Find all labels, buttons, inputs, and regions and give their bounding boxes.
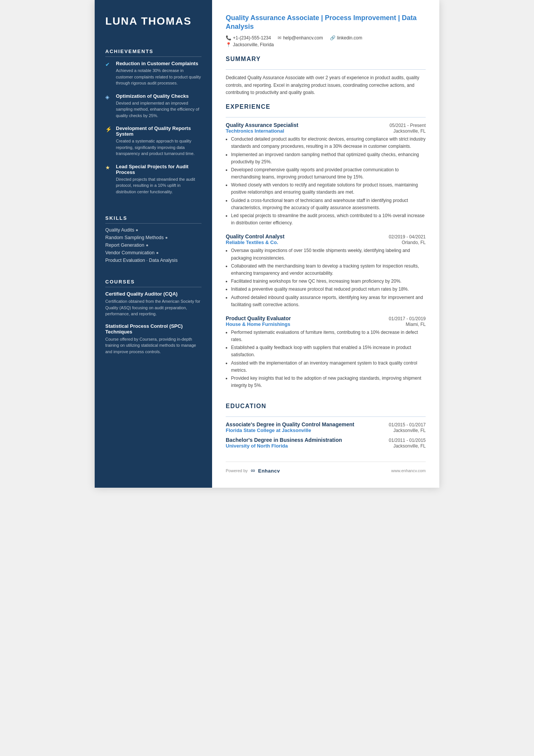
exp-dates: 05/2021 - Present	[390, 123, 426, 128]
exp-location: Orlando, FL	[402, 240, 426, 245]
email-address: help@enhancv.com	[283, 35, 323, 41]
edu-dates: 01/2011 - 01/2015	[389, 438, 426, 443]
exp-bullet: Performed systematic evaluations of furn…	[231, 329, 426, 343]
experience-list: Quality Assurance Specialist 05/2021 - P…	[226, 122, 426, 396]
achievement-item: ✔ Reduction in Customer Complaints Achie…	[105, 61, 201, 86]
exp-bullets: Oversaw quality inspections of over 150 …	[226, 247, 426, 308]
skill-item: Product Evaluation · Data Analysis	[105, 258, 201, 263]
course-desc: Course offered by Coursera, providing in…	[105, 336, 201, 355]
phone-contact: 📞 +1-(234)-555-1234	[226, 35, 271, 41]
linkedin-contact: 🔗 linkedin.com	[330, 35, 362, 41]
email-icon: ✉	[278, 35, 281, 41]
skill-item: Report Generation	[105, 243, 201, 248]
experience-heading: EXPERIENCE	[226, 103, 426, 110]
achievement-desc: Directed projects that streamlined the a…	[116, 176, 201, 195]
linkedin-url: linkedin.com	[337, 35, 362, 41]
footer-website: www.enhancv.com	[391, 468, 426, 473]
skill-label: Product Evaluation · Data Analysis	[105, 258, 178, 263]
education-divider	[226, 416, 426, 417]
achievement-title: Optimization of Quality Checks	[116, 93, 201, 99]
main-content: Quality Assurance Associate | Process Im…	[212, 0, 439, 488]
resume-page: LUNA THOMAS ACHIEVEMENTS ✔ Reduction in …	[95, 0, 439, 488]
exp-company: House & Home Furnishings	[226, 321, 290, 327]
course-item: Statistical Process Control (SPC) Techni…	[105, 323, 201, 355]
summary-text: Dedicated Quality Assurance Associate wi…	[226, 74, 426, 97]
achievement-title: Development of Quality Reports System	[116, 125, 201, 137]
achievements-section: ACHIEVEMENTS ✔ Reduction in Customer Com…	[105, 45, 201, 202]
achievement-item: ◈ Optimization of Quality Checks Devised…	[105, 93, 201, 119]
edu-dates: 01/2015 - 01/2017	[389, 422, 426, 427]
achievement-title: Lead Special Projects for Audit Process	[116, 164, 201, 175]
location-row: 📍 Jacksonville, Florida	[226, 42, 426, 47]
main-title: Quality Assurance Associate | Process Im…	[226, 14, 426, 31]
linkedin-icon: 🔗	[330, 35, 336, 41]
exp-job-title: Quality Assurance Specialist	[226, 122, 298, 128]
phone-number: +1-(234)-555-1234	[233, 35, 271, 41]
sidebar: LUNA THOMAS ACHIEVEMENTS ✔ Reduction in …	[95, 0, 212, 488]
edu-school: University of North Florida	[226, 443, 288, 449]
achievement-desc: Devised and implemented an improved samp…	[116, 100, 201, 119]
skill-dot	[156, 252, 158, 254]
skill-dot	[146, 244, 148, 246]
edu-degree: Associate's Degree in Quality Control Ma…	[226, 421, 354, 427]
phone-icon: 📞	[226, 35, 231, 41]
experience-block: Quality Control Analyst 02/2019 - 04/202…	[226, 233, 426, 308]
skill-item: Random Sampling Methods	[105, 235, 201, 240]
email-contact: ✉ help@enhancv.com	[278, 35, 323, 41]
achievement-icon: ★	[105, 164, 112, 171]
skill-label: Vendor Communication	[105, 250, 155, 255]
location-icon: 📍	[226, 42, 231, 47]
experience-divider	[226, 117, 426, 117]
summary-divider	[226, 69, 426, 70]
course-title: Statistical Process Control (SPC) Techni…	[105, 323, 201, 335]
experience-block: Product Quality Evaluator 01/2017 - 01/2…	[226, 315, 426, 390]
exp-company: Techtronics International	[226, 128, 284, 134]
exp-bullets: Conducted detailed product audits for el…	[226, 136, 426, 227]
exp-company: Reliable Textiles & Co.	[226, 239, 278, 245]
footer: Powered by ∞ Enhancv www.enhancv.com	[226, 462, 426, 474]
exp-bullet: Worked closely with vendors to rectify a…	[231, 182, 426, 196]
achievement-icon: ✔	[105, 61, 112, 67]
achievement-desc: Achieved a notable 30% decrease in custo…	[116, 67, 201, 86]
exp-bullet: Guided a cross-functional team of techni…	[231, 197, 426, 211]
candidate-name: LUNA THOMAS	[105, 15, 201, 27]
education-heading: EDUCATION	[226, 403, 426, 410]
achievement-icon: ◈	[105, 94, 112, 100]
exp-bullet: Established a quality feedback loop with…	[231, 344, 426, 358]
edu-degree: Bachelor's Degree in Business Administra…	[226, 437, 342, 443]
exp-job-title: Product Quality Evaluator	[226, 315, 291, 321]
powered-by-text: Powered by	[226, 468, 248, 473]
footer-logo: Enhancv	[258, 468, 280, 474]
exp-dates: 01/2017 - 01/2019	[389, 316, 426, 321]
enhancv-logo-icon: ∞	[251, 467, 255, 474]
achievement-item: ★ Lead Special Projects for Audit Proces…	[105, 164, 201, 195]
exp-location: Miami, FL	[406, 322, 426, 327]
exp-job-title: Quality Control Analyst	[226, 233, 284, 239]
edu-location: Jacksonville, FL	[393, 443, 426, 449]
exp-bullet: Conducted detailed product audits for el…	[231, 136, 426, 150]
exp-bullets: Performed systematic evaluations of furn…	[226, 329, 426, 390]
skills-section: SKILLS Quality AuditsRandom Sampling Met…	[105, 212, 201, 265]
education-block: Associate's Degree in Quality Control Ma…	[226, 421, 426, 433]
exp-location: Jacksonville, FL	[393, 128, 426, 134]
location-text: Jacksonville, Florida	[233, 42, 274, 47]
courses-section: COURSES Certified Quality Auditor (CQA) …	[105, 276, 201, 361]
skill-item: Quality Audits	[105, 227, 201, 233]
exp-bullet: Initiated a preventive quality measure p…	[231, 286, 426, 293]
location-contact: 📍 Jacksonville, Florida	[226, 42, 274, 47]
achievement-desc: Created a systematic approach to quality…	[116, 138, 201, 157]
exp-bullet: Implemented an improved random sampling …	[231, 151, 426, 166]
skills-title: SKILLS	[105, 215, 201, 224]
course-desc: Certification obtained from the American…	[105, 298, 201, 317]
exp-bullet: Oversaw quality inspections of over 150 …	[231, 247, 426, 261]
footer-left: Powered by ∞ Enhancv	[226, 467, 280, 474]
achievements-title: ACHIEVEMENTS	[105, 49, 201, 57]
skill-dot	[166, 237, 167, 239]
skill-label: Quality Audits	[105, 227, 134, 233]
skill-item: Vendor Communication	[105, 250, 201, 255]
achievement-item: ⚡ Development of Quality Reports System …	[105, 125, 201, 157]
skill-dot	[136, 229, 138, 231]
skill-label: Report Generation	[105, 243, 144, 248]
education-block: Bachelor's Degree in Business Administra…	[226, 437, 426, 449]
exp-dates: 02/2019 - 04/2021	[389, 234, 426, 239]
